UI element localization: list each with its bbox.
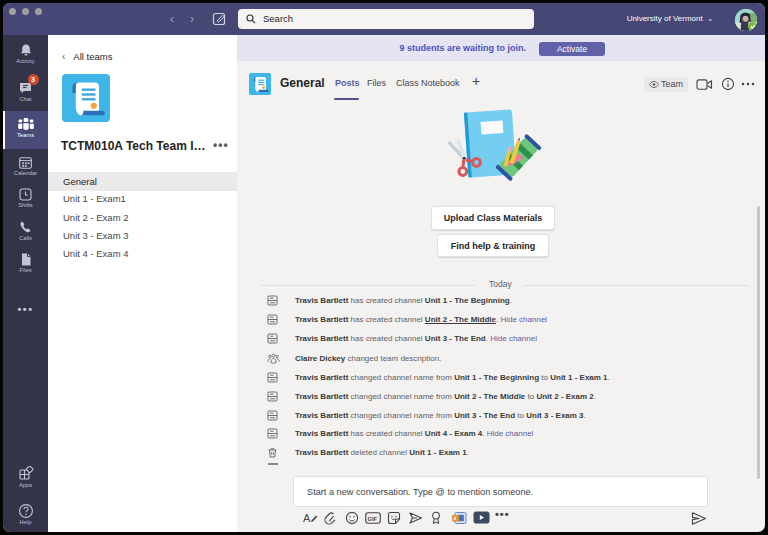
svg-text:A: A	[303, 512, 311, 524]
svg-text:GIF: GIF	[368, 516, 378, 522]
